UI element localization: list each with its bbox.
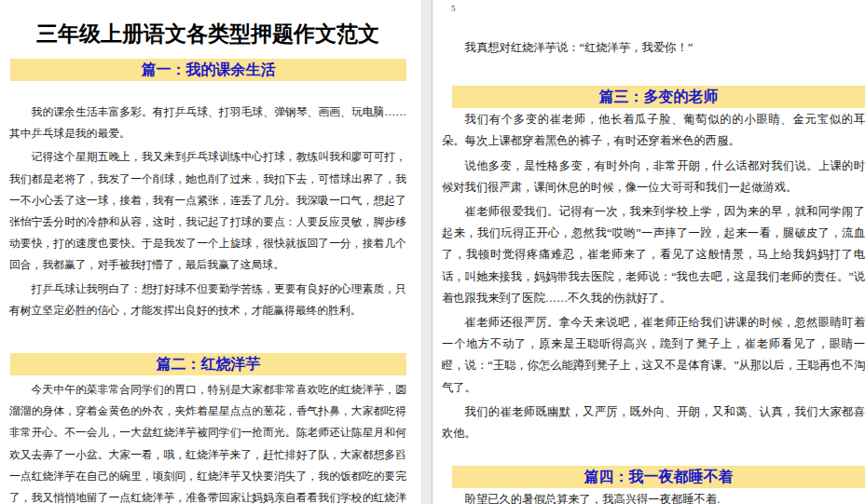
document-page-right: 5 我真想对红烧洋芋说：“红烧洋芋，我爱你！” 篇三：多变的老师 我们有个多变的…: [432, 0, 865, 504]
stray-character-fragment: 5: [451, 4, 456, 13]
essay-paragraph: 记得这个星期五晚上，我又来到乒乓球训练中心打球，教练叫我和廖可可打，我们都是老将…: [9, 146, 406, 276]
essay-paragraph: 我们的崔老师既幽默，又严厉，既外向、开朗，又和蔼、认真，我们大家都喜欢他。: [442, 402, 865, 444]
essay-paragraph: 我真想对红烧洋芋说：“红烧洋芋，我爱你！”: [442, 37, 865, 59]
essay-2-continuation: 我真想对红烧洋芋说：“红烧洋芋，我爱你！”: [442, 37, 865, 59]
page-divider: [421, 0, 432, 504]
essay-heading-4: 篇四：我一夜都睡不着: [452, 466, 865, 488]
document-title: 三年级上册语文各类型押题作文范文: [9, 20, 406, 47]
essay-paragraph: 我的课余生活丰富多彩。有打乒乓球、打羽毛球、弹钢琴、画画、玩电脑……其中乒乓球是…: [9, 102, 406, 144]
essay-4-body: 盼望已久的暑假总算来了，我高兴得一夜都睡不着. 这是个不平常的假期，妈妈要带我去…: [442, 489, 865, 504]
essay-heading-2: 篇二：红烧洋芋: [10, 353, 406, 375]
essay-paragraph: 打乒乓球让我明白了：想打好球不但要勤学苦练，更要有良好的心理素质，只有树立坚定必…: [9, 279, 406, 321]
essay-paragraph: 今天中午的菜非常合同学们的胃口，特别是大家都非常喜欢吃的红烧洋芋，圆溜溜的身体，…: [9, 379, 406, 504]
essay-paragraph: 崔老师很爱我们。记得有一次，我来到学校上学，因为来的早，就和同学闹了起来，我们玩…: [442, 201, 865, 309]
essay-paragraph: 崔老师还很严厉。拿今天来说吧，崔老师正给我们讲课的时候，忽然眼睛盯着一个地方不动…: [442, 312, 865, 399]
essay-paragraph: 我们有个多变的崔老师，他长着瓜子脸、葡萄似的的小眼睛、金元宝似的耳朵。每次上课都…: [442, 109, 865, 152]
document-page-left: 三年级上册语文各类型押题作文范文 篇一：我的课余生活 我的课余生活丰富多彩。有打…: [0, 0, 421, 504]
essay-3-body: 我们有个多变的崔老师，他长着瓜子脸、葡萄似的的小眼睛、金元宝似的耳朵。每次上课都…: [442, 109, 865, 444]
essay-paragraph: 说他多变，是性格多变，有时外向，非常开朗，什么话都对我们说。上课的时候对我们很严…: [442, 156, 865, 198]
essay-heading-3: 篇三：多变的老师: [452, 86, 865, 108]
essay-paragraph: 盼望已久的暑假总算来了，我高兴得一夜都睡不着.: [442, 489, 865, 504]
essay-1-body: 我的课余生活丰富多彩。有打乒乓球、打羽毛球、弹钢琴、画画、玩电脑……其中乒乓球是…: [9, 102, 406, 321]
essay-2-body: 今天中午的菜非常合同学们的胃口，特别是大家都非常喜欢吃的红烧洋芋，圆溜溜的身体，…: [9, 379, 406, 504]
essay-heading-1: 篇一：我的课余生活: [10, 59, 406, 81]
